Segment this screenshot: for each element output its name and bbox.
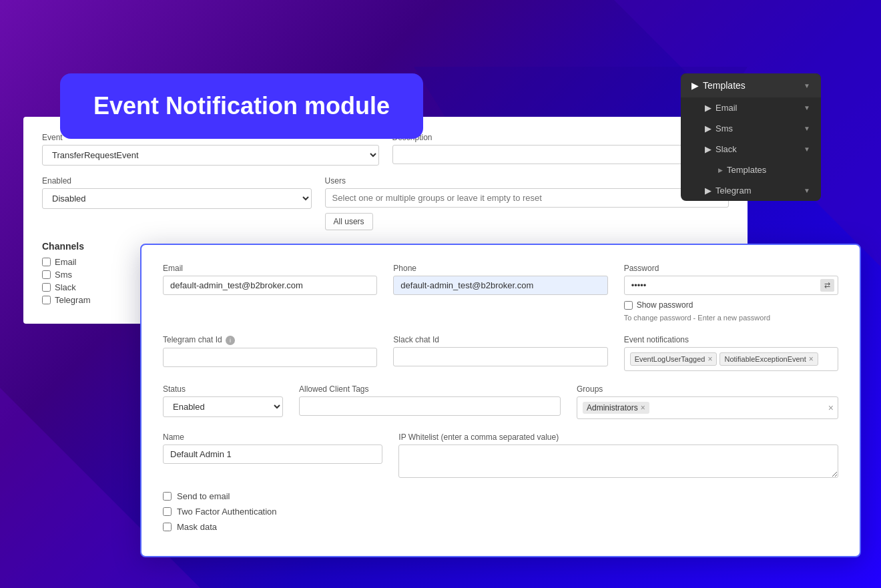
two-factor-label: Two Factor Authentication bbox=[177, 507, 277, 517]
users-input[interactable] bbox=[325, 188, 729, 208]
ip-whitelist-group: IP Whitelist (enter a comma separated va… bbox=[398, 432, 838, 478]
event-tag-2-label: NotifiableExceptionEvent bbox=[724, 355, 806, 363]
mask-data-row: Mask data bbox=[163, 522, 838, 532]
checkbox-options: Send to email Two Factor Authentication … bbox=[163, 491, 838, 532]
sidebar-item-sms[interactable]: ▶ Sms ▼ bbox=[694, 118, 821, 139]
phone-label: Phone bbox=[393, 264, 607, 273]
sidebar-item-email[interactable]: ▶ Email ▼ bbox=[694, 97, 821, 118]
description-input[interactable] bbox=[392, 145, 729, 164]
event-notifications-group: Event notifications EventLogUserTagged ×… bbox=[624, 335, 838, 371]
event-tag-2-remove[interactable]: × bbox=[809, 354, 814, 364]
user-edit-row-3: Status Enabled Allowed Client Tags Group… bbox=[163, 384, 838, 419]
arrow-right-icon-telegram: ▶ bbox=[705, 186, 711, 196]
channel-telegram-checkbox[interactable] bbox=[42, 296, 51, 304]
mask-data-checkbox[interactable] bbox=[163, 523, 172, 531]
sidebar-telegram-label: Telegram bbox=[715, 186, 751, 196]
users-input-row bbox=[325, 188, 729, 208]
name-label: Name bbox=[163, 432, 382, 442]
chevron-down-icon-email: ▼ bbox=[804, 104, 810, 111]
sidebar-item-slack[interactable]: ▶ Slack ▼ bbox=[694, 139, 821, 160]
ip-whitelist-textarea[interactable] bbox=[398, 445, 838, 478]
sidebar-slack-label: Slack bbox=[715, 144, 737, 154]
chevron-down-icon: ▼ bbox=[804, 82, 810, 89]
arrow-right-icon-slack: ▶ bbox=[705, 144, 711, 154]
phone-input[interactable] bbox=[393, 276, 607, 295]
chevron-down-icon-sms: ▼ bbox=[804, 125, 810, 132]
event-tag-2: NotifiableExceptionEvent × bbox=[719, 352, 818, 366]
show-password-checkbox[interactable] bbox=[624, 301, 633, 310]
sidebar-item-templates-main[interactable]: ▶ Templates ▼ bbox=[681, 73, 821, 97]
name-input[interactable] bbox=[163, 445, 382, 464]
groups-clear-button[interactable]: × bbox=[828, 402, 834, 413]
chevron-down-icon-slack: ▼ bbox=[804, 145, 810, 153]
page-title: Event Notification module bbox=[93, 92, 390, 120]
channel-email-checkbox[interactable] bbox=[42, 258, 51, 266]
password-toggle-button[interactable]: ⇄ bbox=[820, 279, 834, 292]
send-to-email-row: Send to email bbox=[163, 491, 838, 501]
sidebar-sub-menu: ▶ Email ▼ ▶ Sms ▼ ▶ Slack ▼ Templates ▶ bbox=[681, 97, 821, 201]
show-password-label: Show password bbox=[637, 300, 693, 310]
ip-whitelist-label: IP Whitelist (enter a comma separated va… bbox=[398, 432, 838, 442]
telegram-chat-label: Telegram chat Id i bbox=[163, 335, 377, 345]
user-edit-row-2: Telegram chat Id i Slack chat Id Event n… bbox=[163, 335, 838, 371]
phone-group: Phone bbox=[393, 264, 607, 322]
channel-sms-label: Sms bbox=[55, 270, 72, 280]
send-to-email-checkbox[interactable] bbox=[163, 492, 172, 501]
sidebar-templates-sub-label: Templates bbox=[727, 165, 766, 175]
user-edit-row-4: Name IP Whitelist (enter a comma separat… bbox=[163, 432, 838, 478]
email-group: Email bbox=[163, 264, 377, 322]
groups-input[interactable]: Administrators × × bbox=[577, 396, 838, 419]
enabled-users-row: Enabled Disabled Users All users bbox=[42, 176, 729, 230]
sidebar-email-label: Email bbox=[715, 103, 738, 113]
mask-data-label: Mask data bbox=[177, 522, 217, 532]
two-factor-checkbox[interactable] bbox=[163, 507, 172, 516]
password-label: Password bbox=[624, 264, 838, 273]
description-group: Description bbox=[392, 133, 729, 166]
templates-sidebar: ▶ Templates ▼ ▶ Email ▼ ▶ Sms ▼ ▶ Slack … bbox=[681, 73, 821, 201]
telegram-chat-input[interactable] bbox=[163, 348, 377, 367]
email-input[interactable] bbox=[163, 276, 377, 295]
sidebar-sms-label: Sms bbox=[715, 123, 733, 133]
all-users-button[interactable]: All users bbox=[325, 213, 373, 230]
groups-group: Groups Administrators × × bbox=[577, 384, 838, 419]
allowed-client-tags-label: Allowed Client Tags bbox=[299, 384, 561, 394]
allowed-client-tags-input[interactable] bbox=[299, 396, 561, 416]
channel-slack-checkbox[interactable] bbox=[42, 283, 51, 292]
sidebar-item-templates-sub[interactable]: Templates bbox=[694, 160, 821, 180]
email-label: Email bbox=[163, 264, 377, 273]
sidebar-main-label: Templates bbox=[703, 80, 746, 91]
status-select[interactable]: Enabled bbox=[163, 396, 283, 417]
status-label: Status bbox=[163, 384, 283, 394]
group-badge-1-remove[interactable]: × bbox=[641, 403, 645, 412]
group-badge-1: Administrators × bbox=[583, 402, 649, 414]
password-input[interactable] bbox=[624, 276, 838, 295]
event-notifications-label: Event notifications bbox=[624, 335, 838, 344]
slack-chat-input[interactable] bbox=[393, 347, 607, 366]
channel-telegram-label: Telegram bbox=[55, 295, 90, 305]
arrow-right-icon-email: ▶ bbox=[705, 103, 711, 113]
event-tag-1-remove[interactable]: × bbox=[707, 354, 712, 364]
channel-sms-checkbox[interactable] bbox=[42, 270, 51, 279]
password-hint: To change password - Enter a new passwor… bbox=[624, 314, 838, 322]
enabled-select[interactable]: Disabled bbox=[42, 188, 312, 209]
title-card: Event Notification module bbox=[60, 73, 423, 139]
group-badge-1-label: Administrators bbox=[587, 403, 638, 412]
user-edit-card: Email Phone Password ⇄ Show password To … bbox=[140, 244, 861, 557]
info-icon: i bbox=[226, 336, 235, 345]
event-tag-1-label: EventLogUserTagged bbox=[635, 355, 705, 363]
slack-chat-label: Slack chat Id bbox=[393, 335, 607, 344]
event-select[interactable]: TransferRequestEvent bbox=[42, 145, 379, 166]
password-group: Password ⇄ Show password To change passw… bbox=[624, 264, 838, 322]
two-factor-row: Two Factor Authentication bbox=[163, 507, 838, 517]
event-notifications-input[interactable]: EventLogUserTagged × NotifiableException… bbox=[624, 347, 838, 371]
description-label: Description bbox=[392, 133, 729, 142]
users-label: Users bbox=[325, 176, 729, 186]
sidebar-item-telegram[interactable]: ▶ Telegram ▼ bbox=[694, 180, 821, 201]
telegram-chat-group: Telegram chat Id i bbox=[163, 335, 377, 371]
arrow-right-icon-sms: ▶ bbox=[705, 123, 711, 133]
status-group: Status Enabled bbox=[163, 384, 283, 419]
user-edit-row-1: Email Phone Password ⇄ Show password To … bbox=[163, 264, 838, 322]
groups-label: Groups bbox=[577, 384, 838, 394]
send-to-email-label: Send to email bbox=[177, 491, 230, 501]
enabled-label: Enabled bbox=[42, 176, 312, 186]
